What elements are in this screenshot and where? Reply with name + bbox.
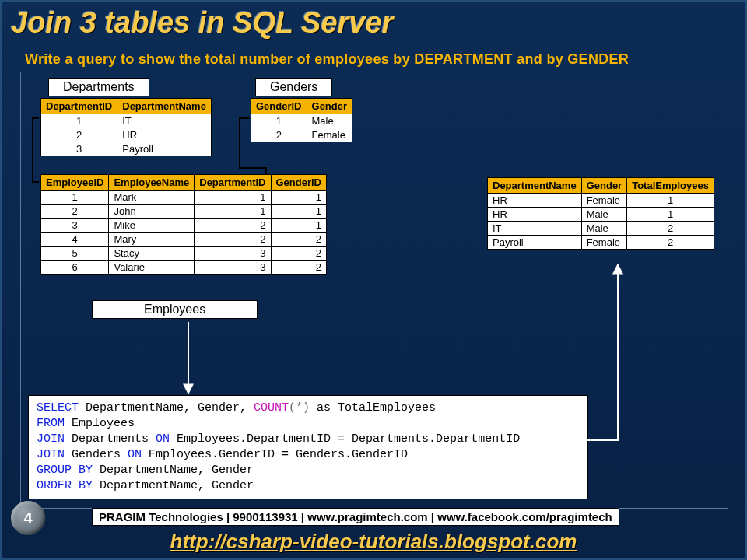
footer-credit: PRAGIM Technologies | 9900113931 | www.p… [92,508,619,526]
sql-code: SELECT DepartmentName, Gender, COUNT(*) … [28,395,588,499]
label-departments: Departments [48,78,149,96]
table-departments: DepartmentIDDepartmentName 1IT 2HR 3Payr… [40,98,212,156]
table-genders: GenderIDGender 1Male 2Female [251,98,352,142]
label-employees: Employees [92,300,258,319]
label-genders: Genders [255,78,332,96]
table-result: DepartmentNameGenderTotalEmployees HRFem… [487,177,714,250]
slide-title: Join 3 tables in SQL Server [11,6,393,40]
footer-url[interactable]: http://csharp-video-tutorials.blogspot.c… [2,530,745,554]
slide-subtitle: Write a query to show the total number o… [25,51,629,68]
table-employees: EmployeeIDEmployeeName DepartmentIDGende… [40,174,327,275]
